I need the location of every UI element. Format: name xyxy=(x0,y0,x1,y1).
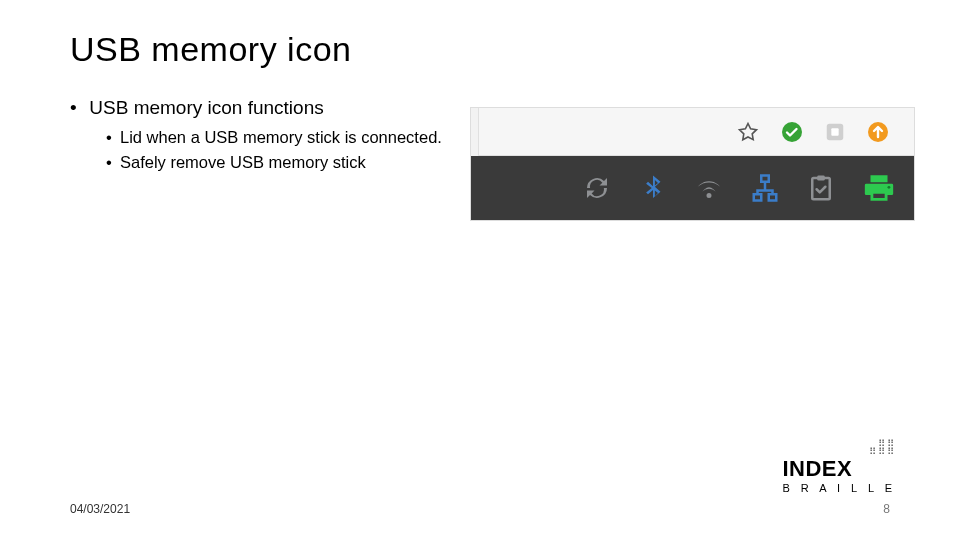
footer-date: 04/03/2021 xyxy=(70,502,130,516)
logo-line2: B R A I L L E xyxy=(782,482,896,494)
bullet-list-level1: USB memory icon functions Lid when a USB… xyxy=(70,97,450,172)
svg-rect-2 xyxy=(831,128,838,135)
check-circle-icon[interactable] xyxy=(780,120,804,144)
browser-toolbar xyxy=(471,108,914,156)
footer: 04/03/2021 8 xyxy=(70,502,890,516)
update-arrow-icon[interactable] xyxy=(866,120,890,144)
bullet-lvl2-item: Safely remove USB memory stick xyxy=(106,152,450,173)
bullet-lvl1-text: USB memory icon functions xyxy=(89,97,323,118)
sync-icon[interactable] xyxy=(582,173,612,203)
network-icon[interactable] xyxy=(750,173,780,203)
logo: ⠿⠿⠿⠿⠿ INDEX B R A I L L E xyxy=(782,440,896,494)
content-row: USB memory icon functions Lid when a USB… xyxy=(70,97,890,221)
text-column: USB memory icon functions Lid when a USB… xyxy=(70,97,450,221)
bullet-lvl2-text: Lid when a USB memory stick is connected… xyxy=(120,128,442,146)
svg-rect-7 xyxy=(812,178,830,199)
star-icon[interactable] xyxy=(736,120,760,144)
footer-page-number: 8 xyxy=(883,502,890,516)
logo-dots: ⠿⠿⠿⠿⠿ xyxy=(782,440,896,456)
logo-line1: INDEX xyxy=(782,456,896,482)
clipboard-check-icon[interactable] xyxy=(806,173,836,203)
stop-square-icon[interactable] xyxy=(824,121,846,143)
slide-title: USB memory icon xyxy=(70,30,890,69)
bullet-lvl2-text: Safely remove USB memory stick xyxy=(120,153,366,171)
slide: USB memory icon USB memory icon function… xyxy=(0,0,960,540)
bullet-list-level2: Lid when a USB memory stick is connected… xyxy=(70,127,450,172)
printer-icon[interactable] xyxy=(862,171,896,205)
wifi-icon[interactable] xyxy=(694,173,724,203)
svg-rect-8 xyxy=(817,176,825,181)
svg-rect-5 xyxy=(754,194,762,200)
system-tray xyxy=(471,156,914,220)
svg-rect-4 xyxy=(761,176,769,182)
svg-point-9 xyxy=(888,186,891,189)
screenshot-region xyxy=(470,107,915,221)
bullet-lvl1-item: USB memory icon functions Lid when a USB… xyxy=(70,97,450,172)
tab-edge xyxy=(471,108,479,156)
svg-rect-6 xyxy=(769,194,777,200)
bluetooth-icon[interactable] xyxy=(638,173,668,203)
bullet-lvl2-item: Lid when a USB memory stick is connected… xyxy=(106,127,450,148)
image-column xyxy=(450,97,915,221)
